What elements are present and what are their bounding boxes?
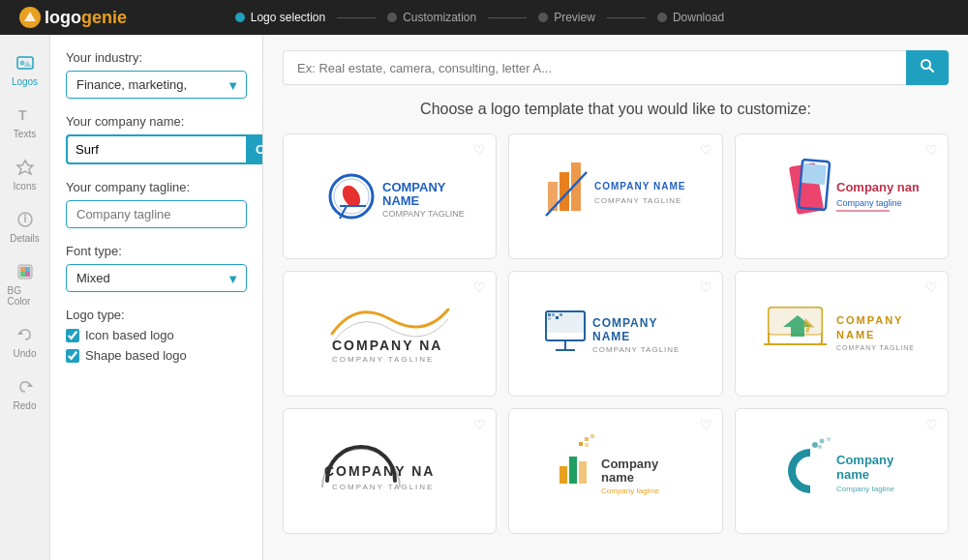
shape-based-checkbox[interactable] <box>66 349 79 363</box>
logo-display-8: Company name Company tagline <box>521 421 710 521</box>
company-name-input-group: OK <box>66 134 247 164</box>
sidebar-label-icons: Icons <box>14 181 37 192</box>
step-dot-3 <box>538 13 548 22</box>
svg-text:name: name <box>601 470 634 485</box>
redo-icon <box>15 376 36 398</box>
brand-logo: logogenie <box>19 7 127 28</box>
svg-text:COMPANY: COMPANY <box>592 316 657 330</box>
search-input[interactable] <box>283 50 906 85</box>
search-button[interactable] <box>906 50 949 85</box>
svg-rect-59 <box>569 457 577 484</box>
logo-card-6[interactable]: ♡ COMPANY NAME COMPANY TAGLINE <box>735 271 949 397</box>
step-dot-1 <box>235 13 245 22</box>
font-type-select[interactable]: Mixed <box>66 264 247 292</box>
logo-grid: ♡ COMPANY NAME COMPANY TAGLINE <box>283 133 949 534</box>
step-dot-4 <box>657 13 667 22</box>
svg-rect-62 <box>585 437 589 441</box>
heart-icon-3[interactable]: ♡ <box>925 142 938 158</box>
step-label-1: Logo selection <box>251 11 325 24</box>
svg-rect-61 <box>579 442 583 446</box>
svg-rect-63 <box>590 434 594 438</box>
step-customization[interactable]: Customization <box>376 11 488 24</box>
heart-icon-7[interactable]: ♡ <box>473 417 486 432</box>
industry-select[interactable]: Finance, marketing, <box>66 71 247 99</box>
sidebar-item-bg-color[interactable]: BG Color <box>2 253 48 314</box>
svg-rect-41 <box>548 313 551 316</box>
heart-icon-4[interactable]: ♡ <box>473 280 486 295</box>
sidebar-label-details: Details <box>10 233 40 244</box>
svg-marker-14 <box>27 383 33 387</box>
search-bar <box>283 50 949 85</box>
step-logo-selection[interactable]: Logo selection <box>224 11 337 24</box>
svg-text:COMPANY NAME: COMPANY NAME <box>594 181 685 192</box>
sidebar-item-logos[interactable]: Logos <box>2 44 48 95</box>
industry-select-wrapper: Finance, marketing, ▼ <box>66 71 247 99</box>
svg-rect-44 <box>548 317 551 320</box>
logo-card-3[interactable]: ♡ Company name Company tagline <box>735 133 949 259</box>
heart-icon-9[interactable]: ♡ <box>925 417 938 432</box>
sidebar-item-redo[interactable]: Redo <box>2 368 48 419</box>
details-icon <box>15 209 36 230</box>
logo-card-9[interactable]: ♡ Company name Company tagline <box>735 408 949 534</box>
company-name-ok-button[interactable]: OK <box>246 134 263 164</box>
icon-based-checkbox-item: Icon based logo <box>66 328 247 342</box>
sidebar-item-details[interactable]: Details <box>2 201 48 251</box>
company-name-input[interactable] <box>66 134 246 164</box>
logo-card-2[interactable]: ♡ COMPANY NAME COMPANY TAGLINE <box>508 133 722 259</box>
step-label-2: Customization <box>403 11 476 24</box>
logo-card-7[interactable]: ♡ COMPANY NA COMPANY TAGLINE <box>283 408 497 534</box>
svg-text:name: name <box>836 467 869 482</box>
svg-marker-4 <box>17 161 33 174</box>
svg-point-68 <box>812 442 818 448</box>
icon-based-label: Icon based logo <box>85 328 174 342</box>
step-preview[interactable]: Preview <box>527 11 607 24</box>
sidebar-label-redo: Redo <box>14 400 37 411</box>
svg-rect-64 <box>585 443 589 447</box>
shape-based-checkbox-item: Shape based logo <box>66 348 247 363</box>
search-icon <box>920 58 935 74</box>
shape-based-label: Shape based logo <box>85 348 187 363</box>
svg-text:NAME: NAME <box>836 329 875 340</box>
heart-icon-5[interactable]: ♡ <box>700 280 712 295</box>
icon-based-checkbox[interactable] <box>66 329 79 342</box>
sidebar-item-icons[interactable]: Icons <box>2 149 48 199</box>
svg-rect-60 <box>579 461 587 484</box>
heart-icon-8[interactable]: ♡ <box>700 417 712 432</box>
heart-icon-1[interactable]: ♡ <box>473 142 486 158</box>
logo-card-4[interactable]: ♡ COMPANY NA COMPANY TAGLINE <box>283 271 497 397</box>
tagline-section: Your company tagline: <box>66 180 247 228</box>
sidebar-item-texts[interactable]: T Texts <box>2 97 48 147</box>
svg-text:Company: Company <box>601 457 659 471</box>
svg-point-7 <box>24 215 26 217</box>
svg-rect-12 <box>25 272 30 277</box>
heart-icon-2[interactable]: ♡ <box>700 142 712 158</box>
tagline-label: Your company tagline: <box>66 180 247 194</box>
industry-label: Your industry: <box>66 50 247 65</box>
heart-icon-6[interactable]: ♡ <box>925 280 938 295</box>
logo-card-8[interactable]: ♡ Company name Company tagline <box>508 408 722 534</box>
svg-text:COMPANY: COMPANY <box>836 314 903 326</box>
tagline-input[interactable] <box>66 200 247 228</box>
logo-card-5[interactable]: ♡ COMPANY NAME <box>508 271 722 397</box>
svg-text:COMPANY TAGLINE: COMPANY TAGLINE <box>836 344 915 351</box>
svg-point-71 <box>818 445 822 449</box>
logo-card-1[interactable]: ♡ COMPANY NAME COMPANY TAGLINE <box>283 133 497 259</box>
company-name-section: Your company name: OK <box>66 114 247 164</box>
step-dot-2 <box>387 13 397 22</box>
svg-text:Company tagline: Company tagline <box>836 198 902 208</box>
sidebar-item-undo[interactable]: Undo <box>2 316 48 367</box>
logo-display-3: Company name Company tagline <box>747 146 936 247</box>
step-line-3 <box>607 17 646 18</box>
logo-display-7: COMPANY NA COMPANY TAGLINE <box>295 421 484 521</box>
logo-display-1: COMPANY NAME COMPANY TAGLINE <box>295 146 484 247</box>
steps-navigation: Logo selection Customization Preview Dow… <box>127 11 832 24</box>
font-type-select-wrapper: Mixed ▼ <box>66 264 247 292</box>
step-download[interactable]: Download <box>646 11 736 24</box>
svg-rect-10 <box>25 267 30 272</box>
svg-rect-58 <box>560 466 567 484</box>
logo-display-9: Company name Company tagline <box>747 421 936 521</box>
brand-name: logogenie <box>45 8 127 28</box>
svg-text:NAME: NAME <box>382 193 420 208</box>
font-type-section: Font type: Mixed ▼ <box>66 244 247 292</box>
svg-text:COMPANY NA: COMPANY NA <box>324 463 435 479</box>
